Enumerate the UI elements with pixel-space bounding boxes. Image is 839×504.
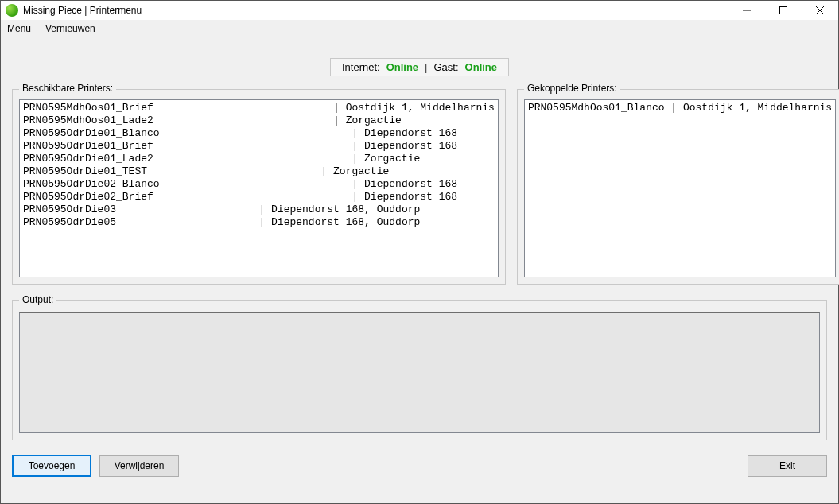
svg-rect-1 (780, 7, 787, 14)
linked-printers-legend: Gekoppelde Printers: (524, 83, 620, 94)
linked-printers-list[interactable]: PRN0595MdhOos01_Blanco | Oostdijk 1, Mid… (524, 99, 836, 277)
button-row: Toevoegen Verwijderen Exit (12, 455, 827, 477)
output-legend: Output: (19, 294, 56, 305)
menubar: Menu Vernieuwen (1, 20, 838, 37)
menu-item-menu[interactable]: Menu (7, 23, 31, 34)
status-guest-label: Gast: (434, 61, 459, 73)
status-internet-value: Online (386, 61, 418, 73)
add-button[interactable]: Toevoegen (12, 455, 91, 477)
exit-button[interactable]: Exit (748, 455, 827, 477)
available-printers-list[interactable]: PRN0595MdhOos01_Brief | Oostdijk 1, Midd… (19, 99, 499, 277)
status-separator: | (425, 61, 427, 73)
remove-button[interactable]: Verwijderen (99, 455, 179, 477)
status-internet-label: Internet: (342, 61, 380, 73)
group-linked-printers: Gekoppelde Printers: PRN0595MdhOos01_Bla… (517, 89, 839, 285)
app-window: Missing Piece | Printermenu Menu Vernieu… (0, 0, 839, 504)
available-printers-legend: Beschikbare Printers: (19, 83, 116, 94)
svg-line-2 (816, 6, 824, 14)
titlebar: Missing Piece | Printermenu (1, 1, 838, 20)
close-button[interactable] (802, 1, 838, 20)
status-box: Internet: Online | Gast: Online (330, 58, 509, 76)
group-output: Output: (12, 300, 827, 440)
menu-item-refresh[interactable]: Vernieuwen (45, 23, 95, 34)
status-row: Internet: Online | Gast: Online (12, 58, 827, 76)
maximize-button[interactable] (765, 1, 802, 20)
minimize-button[interactable] (728, 1, 765, 20)
output-box[interactable] (19, 312, 820, 433)
app-icon (6, 4, 18, 17)
printer-columns: Beschikbare Printers: PRN0595MdhOos01_Br… (12, 89, 827, 285)
group-available-printers: Beschikbare Printers: PRN0595MdhOos01_Br… (12, 89, 506, 285)
status-guest-value: Online (465, 61, 497, 73)
svg-line-3 (816, 6, 824, 14)
content-area: Internet: Online | Gast: Online Beschikb… (1, 37, 838, 503)
window-controls (728, 1, 838, 20)
window-title: Missing Piece | Printermenu (23, 5, 142, 16)
